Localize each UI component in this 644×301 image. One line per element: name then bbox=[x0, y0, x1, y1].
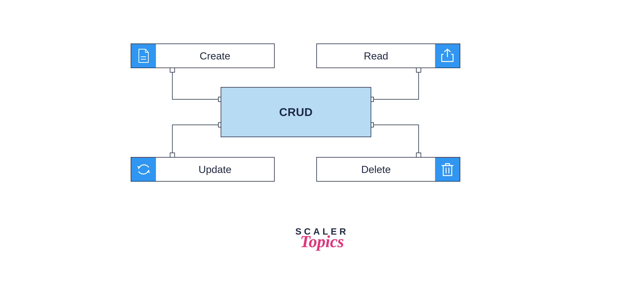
trash-icon bbox=[435, 158, 460, 181]
node-delete: Delete bbox=[316, 157, 460, 182]
node-read: Read bbox=[316, 43, 460, 68]
svg-rect-0 bbox=[170, 68, 175, 72]
node-create-label: Create bbox=[156, 50, 274, 62]
node-update-label: Update bbox=[156, 163, 274, 175]
node-update: Update bbox=[131, 157, 275, 182]
svg-rect-1 bbox=[170, 153, 175, 157]
node-center-crud: CRUD bbox=[221, 87, 371, 137]
node-create: Create bbox=[131, 43, 275, 68]
center-label: CRUD bbox=[279, 106, 313, 119]
brand-logo: SCALER Topics bbox=[278, 227, 366, 248]
document-icon bbox=[131, 44, 156, 67]
refresh-icon bbox=[131, 158, 156, 181]
node-read-label: Read bbox=[317, 50, 435, 62]
crud-diagram: Create Read bbox=[0, 0, 644, 301]
svg-rect-2 bbox=[416, 68, 421, 72]
node-delete-label: Delete bbox=[317, 163, 435, 175]
svg-rect-3 bbox=[416, 153, 421, 157]
brand-line2: Topics bbox=[278, 235, 366, 248]
share-up-icon bbox=[435, 44, 460, 67]
